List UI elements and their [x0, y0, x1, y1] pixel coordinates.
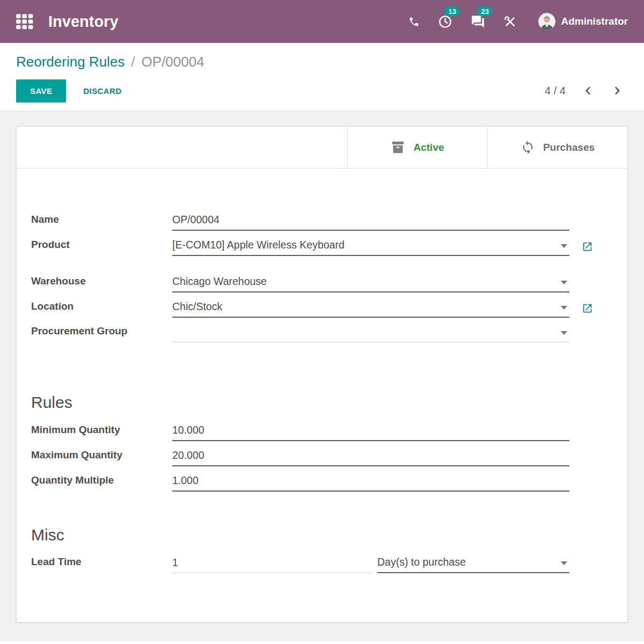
product-label: Product — [31, 239, 172, 256]
user-menu[interactable]: Administrator — [538, 13, 628, 30]
location-external-link-icon[interactable] — [582, 303, 593, 314]
button-box-spacer — [17, 127, 347, 168]
minimum-quantity-label: Minimum Quantity — [31, 424, 172, 441]
location-input[interactable] — [172, 299, 569, 317]
crossed-tools-icon — [503, 15, 517, 28]
chevron-down-icon[interactable] — [561, 281, 567, 284]
field-row-quantity-multiple: Quantity Multiple — [31, 473, 601, 492]
product-field — [172, 238, 569, 256]
purchases-button[interactable]: Purchases — [487, 127, 627, 168]
warehouse-input[interactable] — [172, 274, 569, 291]
procurement-group-field — [172, 325, 569, 342]
name-field — [172, 213, 569, 231]
field-row-procurement-group: Procurement Group — [31, 325, 601, 342]
quantity-multiple-input[interactable] — [172, 473, 569, 491]
lead-time-input[interactable] — [172, 555, 372, 573]
lead-time-unit-value: Day(s) to purchase — [377, 555, 569, 572]
quantity-multiple-field — [172, 473, 569, 492]
chevron-down-icon[interactable] — [561, 331, 567, 335]
field-row-maximum-quantity: Maximum Quantity — [31, 448, 601, 466]
maximum-quantity-field — [172, 448, 569, 466]
chevron-right-icon — [612, 85, 623, 96]
voip-phone-button[interactable] — [408, 10, 420, 33]
phone-icon — [408, 16, 420, 27]
name-input[interactable] — [172, 213, 569, 230]
field-row-location: Location — [31, 299, 601, 318]
quantity-multiple-label: Quantity Multiple — [31, 474, 172, 492]
sync-icon — [521, 140, 535, 155]
name-label: Name — [31, 214, 172, 231]
procurement-group-input[interactable] — [172, 325, 569, 342]
product-input[interactable] — [172, 238, 569, 255]
app-title[interactable]: Inventory — [48, 13, 119, 31]
lead-time-label: Lead Time — [31, 556, 172, 573]
field-row-lead-time: Lead Time Day(s) to purchase — [31, 555, 601, 573]
field-row-minimum-quantity: Minimum Quantity — [31, 423, 601, 441]
chat-bubbles-icon — [471, 14, 485, 29]
warehouse-label: Warehouse — [31, 275, 172, 292]
chevron-down-icon[interactable] — [561, 244, 567, 248]
apps-menu-button[interactable] — [16, 14, 33, 30]
breadcrumb: Reordering Rules / OP/00004 — [16, 54, 628, 70]
purchases-button-label: Purchases — [543, 142, 595, 153]
breadcrumb-current: OP/00004 — [142, 54, 204, 70]
stat-button-box: Active Purchases — [17, 127, 627, 169]
lead-time-field — [172, 555, 372, 573]
discard-button[interactable]: DISCARD — [79, 79, 126, 103]
chevron-down-icon[interactable] — [561, 306, 567, 310]
pager-previous-button[interactable] — [577, 83, 599, 98]
pager: 4 / 4 — [545, 83, 628, 98]
clock-icon — [438, 14, 452, 29]
location-label: Location — [31, 301, 172, 318]
messages-badge: 23 — [477, 6, 492, 16]
procurement-group-label: Procurement Group — [31, 325, 172, 342]
user-avatar — [538, 13, 555, 30]
maximum-quantity-input[interactable] — [172, 448, 569, 465]
field-row-warehouse: Warehouse — [31, 274, 601, 292]
minimum-quantity-field — [172, 423, 569, 441]
pager-value: 4 / 4 — [545, 85, 566, 97]
active-button-label: Active — [413, 142, 444, 153]
messages-button[interactable]: 23 — [471, 10, 485, 33]
save-button[interactable]: SAVE — [16, 79, 66, 103]
activities-button[interactable]: 13 — [438, 10, 452, 33]
chevron-down-icon — [561, 561, 567, 565]
content-area: Active Purchases Name Product — [0, 111, 644, 641]
form-body: Name Product Warehouse — [17, 169, 627, 573]
breadcrumb-separator: / — [131, 54, 135, 70]
pager-next-button[interactable] — [606, 83, 628, 98]
product-external-link-icon[interactable] — [582, 241, 593, 252]
field-row-product: Product — [31, 238, 601, 256]
activities-badge: 13 — [444, 6, 459, 16]
lead-time-unit-select[interactable]: Day(s) to purchase — [377, 555, 569, 573]
rules-section-title: Rules — [31, 392, 601, 413]
minimum-quantity-input[interactable] — [172, 423, 569, 440]
user-name: Administrator — [561, 16, 628, 27]
control-panel: Reordering Rules / OP/00004 SAVE DISCARD… — [0, 43, 644, 111]
chevron-left-icon — [583, 85, 594, 96]
top-navbar: Inventory 13 23 — [0, 0, 644, 43]
active-button[interactable]: Active — [347, 127, 487, 168]
breadcrumb-parent-link[interactable]: Reordering Rules — [16, 54, 125, 70]
maximum-quantity-label: Maximum Quantity — [31, 449, 172, 466]
misc-section-title: Misc — [31, 525, 601, 545]
grid-icon — [16, 14, 33, 30]
tools-button[interactable] — [503, 10, 517, 33]
archive-box-icon — [391, 140, 405, 155]
field-row-name: Name — [31, 213, 601, 231]
location-field — [172, 299, 569, 318]
form-sheet: Active Purchases Name Product — [16, 126, 628, 623]
warehouse-field — [172, 274, 569, 292]
